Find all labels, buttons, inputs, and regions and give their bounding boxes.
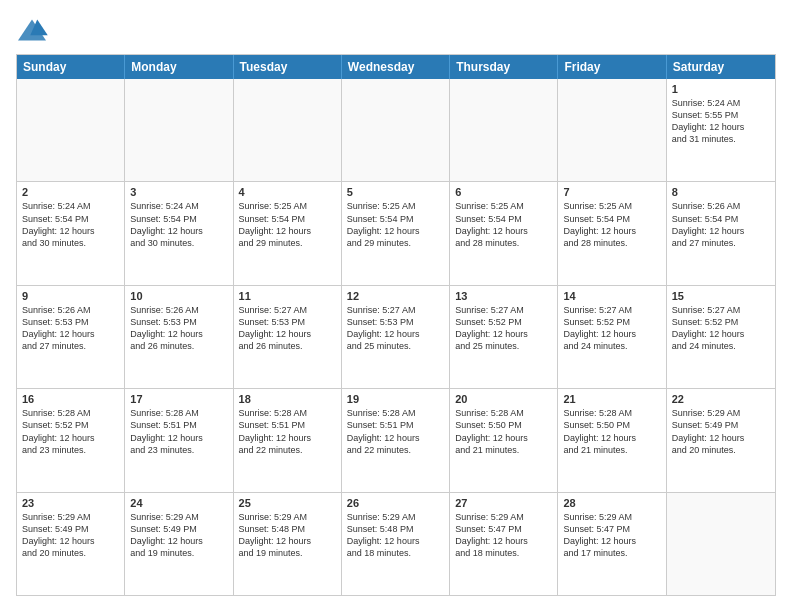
day-number: 2 [22,186,119,198]
day-info: Sunrise: 5:24 AM Sunset: 5:55 PM Dayligh… [672,97,770,146]
calendar-cell: 4Sunrise: 5:25 AM Sunset: 5:54 PM Daylig… [234,182,342,284]
day-info: Sunrise: 5:27 AM Sunset: 5:53 PM Dayligh… [347,304,444,353]
calendar: SundayMondayTuesdayWednesdayThursdayFrid… [16,54,776,596]
calendar-cell: 1Sunrise: 5:24 AM Sunset: 5:55 PM Daylig… [667,79,775,181]
calendar-cell: 10Sunrise: 5:26 AM Sunset: 5:53 PM Dayli… [125,286,233,388]
calendar-cell: 22Sunrise: 5:29 AM Sunset: 5:49 PM Dayli… [667,389,775,491]
calendar-cell: 3Sunrise: 5:24 AM Sunset: 5:54 PM Daylig… [125,182,233,284]
calendar-cell [558,79,666,181]
day-info: Sunrise: 5:27 AM Sunset: 5:53 PM Dayligh… [239,304,336,353]
day-number: 22 [672,393,770,405]
calendar-cell: 27Sunrise: 5:29 AM Sunset: 5:47 PM Dayli… [450,493,558,595]
calendar-cell: 5Sunrise: 5:25 AM Sunset: 5:54 PM Daylig… [342,182,450,284]
calendar-row-1: 2Sunrise: 5:24 AM Sunset: 5:54 PM Daylig… [17,182,775,285]
day-info: Sunrise: 5:24 AM Sunset: 5:54 PM Dayligh… [22,200,119,249]
calendar-cell: 14Sunrise: 5:27 AM Sunset: 5:52 PM Dayli… [558,286,666,388]
day-number: 19 [347,393,444,405]
calendar-cell: 16Sunrise: 5:28 AM Sunset: 5:52 PM Dayli… [17,389,125,491]
day-info: Sunrise: 5:26 AM Sunset: 5:53 PM Dayligh… [22,304,119,353]
day-info: Sunrise: 5:27 AM Sunset: 5:52 PM Dayligh… [455,304,552,353]
day-info: Sunrise: 5:26 AM Sunset: 5:53 PM Dayligh… [130,304,227,353]
header-cell-thursday: Thursday [450,55,558,79]
calendar-header: SundayMondayTuesdayWednesdayThursdayFrid… [17,55,775,79]
calendar-cell [667,493,775,595]
day-info: Sunrise: 5:29 AM Sunset: 5:49 PM Dayligh… [672,407,770,456]
day-info: Sunrise: 5:25 AM Sunset: 5:54 PM Dayligh… [563,200,660,249]
day-info: Sunrise: 5:28 AM Sunset: 5:51 PM Dayligh… [347,407,444,456]
calendar-cell: 19Sunrise: 5:28 AM Sunset: 5:51 PM Dayli… [342,389,450,491]
calendar-cell: 7Sunrise: 5:25 AM Sunset: 5:54 PM Daylig… [558,182,666,284]
day-number: 8 [672,186,770,198]
calendar-cell: 13Sunrise: 5:27 AM Sunset: 5:52 PM Dayli… [450,286,558,388]
calendar-cell: 15Sunrise: 5:27 AM Sunset: 5:52 PM Dayli… [667,286,775,388]
calendar-cell: 25Sunrise: 5:29 AM Sunset: 5:48 PM Dayli… [234,493,342,595]
calendar-row-3: 16Sunrise: 5:28 AM Sunset: 5:52 PM Dayli… [17,389,775,492]
day-info: Sunrise: 5:29 AM Sunset: 5:49 PM Dayligh… [130,511,227,560]
logo [16,16,52,44]
logo-icon [16,16,48,44]
calendar-row-4: 23Sunrise: 5:29 AM Sunset: 5:49 PM Dayli… [17,493,775,595]
day-number: 13 [455,290,552,302]
calendar-row-2: 9Sunrise: 5:26 AM Sunset: 5:53 PM Daylig… [17,286,775,389]
calendar-cell: 18Sunrise: 5:28 AM Sunset: 5:51 PM Dayli… [234,389,342,491]
calendar-cell [450,79,558,181]
header-cell-saturday: Saturday [667,55,775,79]
day-number: 12 [347,290,444,302]
calendar-cell: 26Sunrise: 5:29 AM Sunset: 5:48 PM Dayli… [342,493,450,595]
header [16,16,776,44]
day-number: 20 [455,393,552,405]
calendar-row-0: 1Sunrise: 5:24 AM Sunset: 5:55 PM Daylig… [17,79,775,182]
day-number: 3 [130,186,227,198]
day-info: Sunrise: 5:28 AM Sunset: 5:50 PM Dayligh… [455,407,552,456]
day-info: Sunrise: 5:29 AM Sunset: 5:47 PM Dayligh… [563,511,660,560]
day-number: 24 [130,497,227,509]
day-number: 27 [455,497,552,509]
calendar-cell: 21Sunrise: 5:28 AM Sunset: 5:50 PM Dayli… [558,389,666,491]
day-number: 1 [672,83,770,95]
day-info: Sunrise: 5:27 AM Sunset: 5:52 PM Dayligh… [563,304,660,353]
day-number: 11 [239,290,336,302]
header-cell-sunday: Sunday [17,55,125,79]
calendar-cell: 11Sunrise: 5:27 AM Sunset: 5:53 PM Dayli… [234,286,342,388]
day-info: Sunrise: 5:25 AM Sunset: 5:54 PM Dayligh… [239,200,336,249]
day-info: Sunrise: 5:29 AM Sunset: 5:47 PM Dayligh… [455,511,552,560]
day-number: 14 [563,290,660,302]
day-info: Sunrise: 5:29 AM Sunset: 5:48 PM Dayligh… [239,511,336,560]
day-info: Sunrise: 5:26 AM Sunset: 5:54 PM Dayligh… [672,200,770,249]
calendar-cell: 20Sunrise: 5:28 AM Sunset: 5:50 PM Dayli… [450,389,558,491]
day-info: Sunrise: 5:28 AM Sunset: 5:51 PM Dayligh… [130,407,227,456]
day-number: 9 [22,290,119,302]
day-info: Sunrise: 5:29 AM Sunset: 5:49 PM Dayligh… [22,511,119,560]
day-number: 16 [22,393,119,405]
header-cell-monday: Monday [125,55,233,79]
day-info: Sunrise: 5:28 AM Sunset: 5:50 PM Dayligh… [563,407,660,456]
calendar-body: 1Sunrise: 5:24 AM Sunset: 5:55 PM Daylig… [17,79,775,595]
calendar-cell: 9Sunrise: 5:26 AM Sunset: 5:53 PM Daylig… [17,286,125,388]
calendar-cell [17,79,125,181]
calendar-cell: 8Sunrise: 5:26 AM Sunset: 5:54 PM Daylig… [667,182,775,284]
calendar-cell [125,79,233,181]
calendar-cell: 28Sunrise: 5:29 AM Sunset: 5:47 PM Dayli… [558,493,666,595]
calendar-cell [342,79,450,181]
day-info: Sunrise: 5:24 AM Sunset: 5:54 PM Dayligh… [130,200,227,249]
day-info: Sunrise: 5:29 AM Sunset: 5:48 PM Dayligh… [347,511,444,560]
day-number: 10 [130,290,227,302]
day-number: 18 [239,393,336,405]
day-info: Sunrise: 5:25 AM Sunset: 5:54 PM Dayligh… [347,200,444,249]
day-number: 15 [672,290,770,302]
day-number: 6 [455,186,552,198]
day-number: 21 [563,393,660,405]
calendar-cell: 24Sunrise: 5:29 AM Sunset: 5:49 PM Dayli… [125,493,233,595]
day-number: 5 [347,186,444,198]
day-number: 26 [347,497,444,509]
day-number: 23 [22,497,119,509]
day-info: Sunrise: 5:27 AM Sunset: 5:52 PM Dayligh… [672,304,770,353]
calendar-cell: 6Sunrise: 5:25 AM Sunset: 5:54 PM Daylig… [450,182,558,284]
day-number: 17 [130,393,227,405]
header-cell-wednesday: Wednesday [342,55,450,79]
day-info: Sunrise: 5:25 AM Sunset: 5:54 PM Dayligh… [455,200,552,249]
day-number: 28 [563,497,660,509]
calendar-cell: 12Sunrise: 5:27 AM Sunset: 5:53 PM Dayli… [342,286,450,388]
day-number: 7 [563,186,660,198]
day-number: 25 [239,497,336,509]
